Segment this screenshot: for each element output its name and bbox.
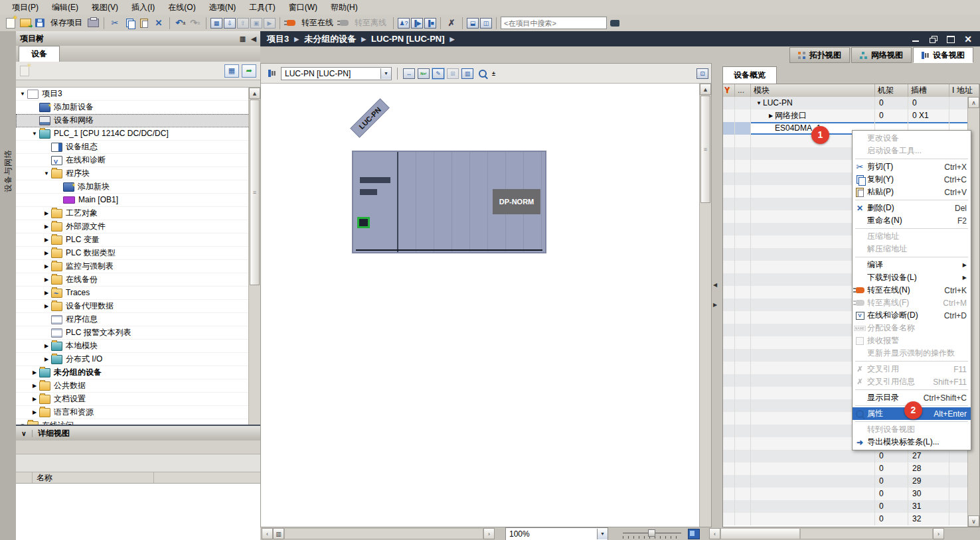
expander-icon[interactable] (31, 406, 39, 419)
edit-mode-icon[interactable]: ✎ (432, 68, 444, 79)
device-head-module[interactable] (353, 152, 398, 252)
context-menu-item[interactable]: 启动设备工具... (853, 145, 971, 157)
go-offline-label[interactable]: 转至离线 (352, 17, 389, 29)
columns-icon[interactable]: ▥ (240, 35, 246, 42)
tree-item[interactable]: 语言和资源 (16, 406, 260, 419)
open-project-icon[interactable] (19, 17, 32, 30)
panel-splitter[interactable]: ◀ ▶ (710, 63, 722, 527)
device-slots[interactable]: DP-NORM (398, 152, 545, 252)
upload-from-device-icon[interactable]: ⇧ (237, 18, 249, 29)
zoom-tool-icon[interactable] (476, 67, 489, 80)
grid-icon[interactable]: ⊞ (447, 68, 459, 79)
tree-item[interactable]: 监控与强制表 (16, 260, 260, 273)
column-display-icon[interactable]: ▥ (461, 68, 473, 79)
table-row[interactable]: 0 28 (723, 462, 968, 475)
menu-item[interactable]: 窗口(W) (282, 1, 324, 15)
scrollbar-thumb[interactable]: ≡ (700, 96, 710, 203)
scroll-left-icon[interactable]: ‹ (709, 528, 720, 539)
tree-item[interactable]: 本地模块 (16, 340, 260, 353)
expander-icon[interactable] (42, 353, 50, 366)
measure-icon[interactable]: ↔ (403, 68, 415, 79)
zoom-select[interactable]: 100% ▼ (505, 527, 608, 540)
menu-item[interactable]: 工具(T) (242, 1, 282, 15)
binoculars-icon[interactable] (608, 17, 621, 30)
scroll-left-icon[interactable]: ‹ (262, 528, 273, 539)
search-input[interactable] (501, 17, 607, 29)
menu-item[interactable]: 插入(I) (125, 1, 161, 15)
expander-icon[interactable] (31, 379, 39, 392)
collapse-panel-icon[interactable]: ◀ (251, 35, 256, 42)
expander-icon[interactable] (42, 220, 50, 233)
table-row[interactable]: LUC-PN 0 0 (723, 97, 968, 109)
tree-item[interactable]: Main [OB1] (16, 194, 260, 207)
restore-icon[interactable] (930, 36, 938, 42)
context-menu-item[interactable]: 解压缩地址 (853, 243, 971, 255)
add-new-dim-icon[interactable] (20, 66, 29, 76)
tree-item[interactable]: 在线和诊断 (16, 154, 260, 167)
print-icon[interactable] (86, 17, 100, 30)
context-menu-item[interactable]: ✕ 删除(D) Del (853, 202, 971, 214)
expand-all-icon[interactable]: ➦ (242, 64, 256, 78)
expander-icon[interactable] (42, 287, 50, 299)
context-menu-item[interactable]: V 在线和诊断(D) Ctrl+D (853, 309, 971, 322)
context-menu-item[interactable]: 粘贴(P) Ctrl+V (853, 186, 971, 198)
tree-item[interactable]: 公共数据 (16, 379, 260, 393)
go-online-icon[interactable] (284, 17, 297, 30)
download-to-device-icon[interactable]: ⇩ (224, 18, 236, 29)
breadcrumb-item[interactable]: LUC-PN [LUC-PN] (371, 34, 444, 44)
context-menu-item[interactable]: 编译 (853, 259, 971, 271)
copy-icon[interactable] (123, 17, 136, 30)
tree-item[interactable]: 添加新设备 (16, 101, 260, 114)
scroll-up-icon[interactable]: ∧ (968, 97, 979, 108)
menu-item[interactable]: 帮助(H) (324, 1, 365, 15)
network-ports-icon[interactable] (265, 67, 278, 80)
tree-scrollbar[interactable]: ▲ ≡ (248, 88, 260, 425)
cut-icon[interactable]: ✂ (108, 17, 122, 30)
context-menu-item[interactable]: ✗ 交叉引用信息 Shift+F11 (853, 375, 971, 388)
context-menu-item[interactable]: 重命名(N) F2 (853, 214, 971, 227)
collapse-right-icon[interactable]: ▶ (713, 302, 717, 308)
scroll-right-icon[interactable]: › (483, 528, 495, 539)
expander-icon[interactable] (42, 167, 50, 180)
slot-column-header[interactable]: 插槽 (908, 84, 949, 97)
view-tab[interactable]: 设备视图 (913, 47, 973, 63)
accessible-devices-icon[interactable]: ♟? (398, 18, 410, 29)
expander-icon[interactable] (31, 366, 39, 379)
context-menu-item[interactable]: 接收报警 (853, 334, 971, 347)
table-row[interactable]: 0 27 (723, 450, 968, 462)
expander-icon[interactable] (19, 419, 27, 425)
maximize-icon[interactable] (947, 36, 955, 42)
tree-item[interactable]: 未分组的设备 (16, 366, 260, 379)
scroll-down-icon[interactable]: ∨ (968, 515, 979, 527)
fit-to-screen-icon[interactable] (688, 529, 700, 539)
context-menu-item[interactable]: 转到设备视图 (853, 423, 971, 436)
expander-icon[interactable] (755, 97, 763, 109)
tree-item[interactable]: 设备组态 (16, 141, 260, 154)
save-project-label[interactable]: 保存项目 (48, 17, 85, 29)
rack-column-header[interactable]: 机架 (875, 84, 908, 97)
scroll-up-icon[interactable]: ▲ (249, 88, 260, 99)
save-project-icon[interactable] (33, 17, 46, 30)
expander-icon[interactable] (42, 260, 50, 273)
scroll-right-icon[interactable]: › (933, 528, 944, 539)
tab-devices[interactable]: 设备 (19, 46, 60, 62)
close-icon[interactable]: ✕ (964, 36, 972, 42)
menu-item[interactable]: 选项(N) (203, 1, 243, 15)
zoom-slider[interactable] (623, 528, 681, 539)
tree-item[interactable]: PLC 数据类型 (16, 247, 260, 260)
context-menu-item[interactable]: 压缩地址 (853, 230, 971, 243)
expander-icon[interactable] (31, 127, 39, 140)
stop-cpu-icon[interactable]: ▶ (264, 18, 276, 29)
context-menu-item[interactable]: 复制(Y) Ctrl+C (853, 173, 971, 186)
chevron-down-icon[interactable]: ∨ (16, 430, 33, 437)
iaddr-column-header[interactable]: I 地址 (949, 84, 979, 97)
context-menu-item[interactable]: 更新并显示强制的操作数 (853, 347, 971, 360)
zoom-slider-knob[interactable] (648, 529, 655, 537)
context-menu-item[interactable] (855, 361, 968, 362)
menu-item[interactable]: 在线(O) (161, 1, 202, 15)
tree-item[interactable]: 程序信息 (16, 313, 260, 326)
expander-icon[interactable] (42, 340, 50, 352)
device-select[interactable]: LUC-PN [LUC-PN] ▼ (281, 67, 392, 80)
scroll-up-icon[interactable]: ▲ (700, 84, 711, 95)
devices-networks-side-tab[interactable]: 设备与网络 (1, 134, 15, 207)
